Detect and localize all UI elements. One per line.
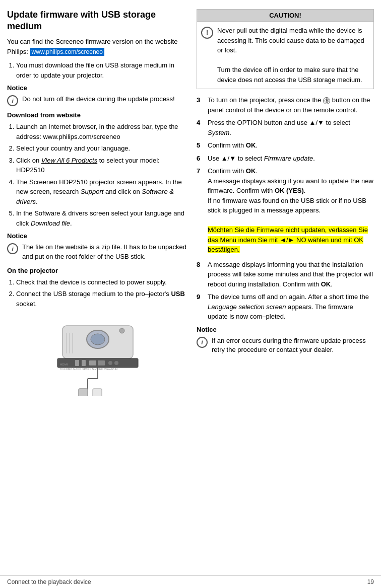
intro-text: You can find the Screeneo firmware versi… <box>7 37 188 56</box>
page-title: Update firmware with USB storage medium <box>7 9 188 32</box>
caution-body: ! Never pull out the digital media while… <box>197 21 374 89</box>
step-9: 9 The device turns off and on again. Aft… <box>197 292 374 322</box>
step-7: 7 Confirm with OK. A message displays as… <box>197 166 374 255</box>
footer: Connect to the playback device 19 <box>0 575 381 588</box>
step-num-5: 5 <box>197 140 205 151</box>
svg-rect-21 <box>93 389 102 396</box>
notice2-box: i The file on the website is a zip file.… <box>7 243 188 262</box>
right-steps-list: 3 To turn on the projector, press once t… <box>197 95 374 322</box>
svg-point-2 <box>91 334 105 345</box>
step-3-text: To turn on the projector, press once the… <box>208 95 374 115</box>
svg-rect-9 <box>75 360 79 366</box>
proj-step-2: Connect the USB storage medium to the pr… <box>16 289 188 309</box>
step-num-3: 3 <box>197 95 205 115</box>
step-5-text: Confirm with OK. <box>208 140 258 151</box>
right-column: CAUTION! ! Never pull out the digital me… <box>197 9 374 570</box>
view-all-link: View All 6 Products <box>41 157 97 164</box>
svg-point-13 <box>108 361 112 365</box>
caution-text: Never pull out the digital media while t… <box>217 26 369 85</box>
svg-rect-19 <box>79 389 88 396</box>
footer-right: 19 <box>367 578 374 585</box>
svg-rect-10 <box>82 360 86 366</box>
step-5: 5 Confirm with OK. <box>197 140 374 151</box>
step-num-6: 6 <box>197 154 205 164</box>
notice2-text: The file on the website is a zip file. I… <box>22 243 188 262</box>
step-num-8: 8 <box>197 260 205 289</box>
download-steps: Launch an Internet browser, in the addre… <box>7 122 188 228</box>
notice1-text: Do not turn off the device during the up… <box>22 95 175 104</box>
notice1-box: i Do not turn off the device during the … <box>7 95 188 106</box>
projector-steps: Check that the device is connected to po… <box>7 277 188 309</box>
step-num-9: 9 <box>197 292 205 322</box>
notice3-label: Notice <box>197 326 374 333</box>
step-num-4: 4 <box>197 118 205 137</box>
power-btn-icon: Ⓡ <box>323 97 330 104</box>
svg-rect-11 <box>89 360 96 365</box>
notice3-box: i If an error occurs during the firmware… <box>197 336 374 355</box>
highlighted-german-text: Möchten Sie die Firmware nicht updaten, … <box>208 226 368 253</box>
url-link[interactable]: www.philips.com/screeneo <box>30 48 104 56</box>
step-9-text: The device turns off and on again. After… <box>208 292 374 322</box>
info-icon-1: i <box>7 95 18 106</box>
step-num-7: 7 <box>197 166 205 255</box>
dl-step-5: In the Software & drivers screen select … <box>16 208 188 228</box>
footer-left: Connect to the playback device <box>7 578 91 585</box>
step-7-text: Confirm with OK. A message displays aski… <box>208 166 374 255</box>
step-4: 4 Press the OPTION button and use ▲/▼ to… <box>197 118 374 137</box>
step-list-a: You must download the file on USB storag… <box>7 60 188 80</box>
notice3-text: If an error occurs during the firmware u… <box>212 336 374 355</box>
step-6-text: Use ▲/▼ to select Firmware update. <box>208 154 315 164</box>
svg-text:HDMI: HDMI <box>60 363 68 366</box>
step-a1: You must download the file on USB storag… <box>16 60 188 80</box>
svg-point-3 <box>119 328 124 333</box>
svg-text:TV/COMP  AUDIO  SP/DIF  S-VIDE: TV/COMP AUDIO SP/DIF S-VIDEO VGA AV-IN <box>59 368 117 371</box>
left-column: Update firmware with USB storage medium … <box>7 9 188 570</box>
dl-step-2: Select your country and your language. <box>16 143 188 154</box>
caution-header: CAUTION! <box>197 9 374 21</box>
content-area: Update firmware with USB storage medium … <box>0 0 381 575</box>
svg-rect-12 <box>98 360 105 365</box>
proj-step-1: Check that the device is connected to po… <box>16 277 188 287</box>
step-4-text: Press the OPTION button and use ▲/▼ to s… <box>208 118 374 137</box>
page-wrapper: Update firmware with USB storage medium … <box>0 0 381 588</box>
step-6: 6 Use ▲/▼ to select Firmware update. <box>197 154 374 164</box>
projector-svg: HDMI TV/COMP AUDIO SP/DIF S-VIDEO VGA AV… <box>47 316 148 396</box>
info-icon-2: i <box>7 243 18 254</box>
projector-diagram: HDMI TV/COMP AUDIO SP/DIF S-VIDEO VGA AV… <box>7 316 188 396</box>
dl-step-1: Launch an Internet browser, in the addre… <box>16 122 188 141</box>
svg-point-14 <box>114 361 118 365</box>
step-8-text: A message displays informing you that th… <box>208 260 374 289</box>
step-3: 3 To turn on the projector, press once t… <box>197 95 374 115</box>
section-download-heading: Download from website <box>7 111 188 119</box>
caution-icon: ! <box>201 27 213 39</box>
section-projector-heading: On the projector <box>7 267 188 274</box>
step-8: 8 A message displays informing you that … <box>197 260 374 289</box>
info-icon-3: i <box>197 337 208 348</box>
notice1-label: Notice <box>7 84 188 92</box>
notice2-label: Notice <box>7 232 188 240</box>
dl-step-3: Click on View All 6 Products to select y… <box>16 156 188 175</box>
dl-step-4: The Screeneo HDP2510 projector screen ap… <box>16 177 188 207</box>
